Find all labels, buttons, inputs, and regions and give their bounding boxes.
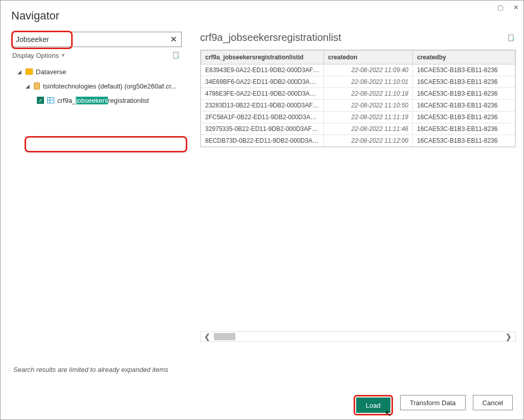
tree-label: crf9a_jobseekersregistrationlist [57,97,149,104]
table-row[interactable]: 32975335-0B22-ED11-9DB2-000D3AF250B222-0… [201,123,515,135]
dialog-title: Navigator [2,2,522,28]
search-box[interactable]: ✕ [12,32,182,47]
refresh-icon[interactable]: + [172,51,181,59]
dialog-body: ✕ Display Options ▼ + ◢ Dataverse [2,28,522,386]
load-button[interactable]: Load [356,397,390,413]
close-window-icon[interactable]: ✕ [512,4,519,11]
annotation-highlight: Load [354,395,393,415]
search-input[interactable] [16,35,169,43]
dialog-footer: Load Transform Data Cancel [2,386,522,415]
table-row[interactable]: 8ECDB73D-0B22-ED11-9DB2-000D3AF250B222-0… [201,135,515,147]
display-options-row: Display Options ▼ + [12,47,182,61]
restore-icon[interactable]: ▢ [497,4,504,11]
caret-down-icon: ◢ [17,69,23,75]
checkbox-checked-icon[interactable]: ✓ [37,97,44,104]
display-options-label: Display Options [12,52,59,59]
table-row[interactable]: 34E69BF6-0A22-ED11-9DB2-000D3AF250B222-0… [201,76,515,88]
left-panel: ✕ Display Options ▼ + ◢ Dataverse [2,28,189,386]
preview-table: crf9a_jobseekersregistrationlistid creat… [201,50,515,147]
column-header[interactable]: createdby [413,51,515,64]
column-header[interactable]: createdon [324,51,413,64]
transform-data-button[interactable]: Transform Data [400,395,466,410]
annotation-highlight [25,136,187,152]
cancel-button[interactable]: Cancel [473,395,513,410]
navigator-window: ▢ ✕ Navigator ✕ Display Options ▼ + [0,0,524,420]
table-row[interactable]: 23283D13-0B22-ED11-9DB2-000D3AF250B222-0… [201,100,515,112]
scrollbar-thumb[interactable] [214,333,235,340]
window-controls: ▢ ✕ [497,4,519,11]
table-row[interactable]: 2FC58A1F-0B22-ED11-9DB2-000D3AF250B222-0… [201,112,515,123]
scroll-right-icon[interactable]: ❯ [502,333,515,341]
svg-text:+: + [177,55,180,59]
preview-table-wrap: crf9a_jobseekersregistrationlistid creat… [200,50,516,147]
preview-panel: crf9a_jobseekersregistrationlist + crf9a… [189,28,522,386]
scroll-left-icon[interactable]: ❮ [201,333,214,341]
clear-search-icon[interactable]: ✕ [169,35,178,44]
scrollbar-track[interactable] [214,332,502,341]
tree-node-dataverse[interactable]: ◢ Dataverse [12,64,182,79]
table-icon [47,97,54,103]
preview-title: crf9a_jobseekersregistrationlist [200,32,341,43]
tree-node-environment[interactable]: ◢ tsinfotechnologies (default) (org50e26… [12,79,182,93]
caret-down-icon: ◢ [26,83,31,89]
search-limit-note: Search results are limited to already ex… [13,366,168,373]
table-row[interactable]: 4786E3FE-0A22-ED11-9DB2-000D3AF250B222-0… [201,88,515,100]
horizontal-scrollbar[interactable]: ❮ ❯ [200,331,516,342]
chevron-down-icon: ▼ [61,53,66,58]
tree-label: tsinfotechnologies (default) (org50e260a… [43,82,177,90]
preview-header: crf9a_jobseekersregistrationlist + [200,32,516,43]
column-header[interactable]: crf9a_jobseekersregistrationlistid [201,51,324,64]
tree-node-table[interactable]: ✓ crf9a_jobseekersregistrationlist [12,93,182,107]
tree-label: Dataverse [36,68,66,76]
table-row[interactable]: E63943E9-0A22-ED11-9DB2-000D3AF250B222-0… [201,64,515,76]
nav-tree: ◢ Dataverse ◢ tsinfotechnologies (defaul… [12,61,182,107]
refresh-preview-icon[interactable]: + [508,34,516,42]
display-options-button[interactable]: Display Options ▼ [12,52,66,59]
folder-icon [26,69,33,75]
svg-text:+: + [512,37,515,42]
database-icon [34,82,40,90]
